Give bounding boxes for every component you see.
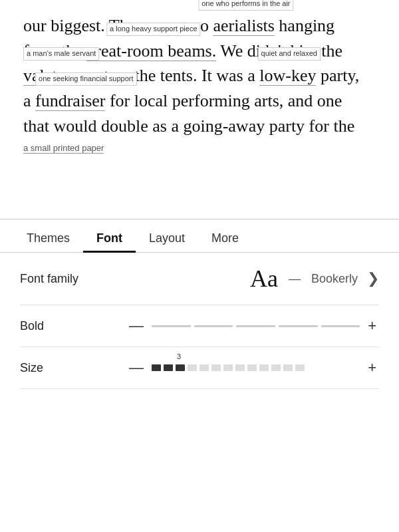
fundraiser-word[interactable]: one seeking financial support fundraiser [35,91,110,110]
great-room-text: great-room beams. [86,41,216,61]
text-line4-rest: for local performing arts, and one [110,91,342,110]
bold-seg-4 [279,325,318,327]
aerialists-word[interactable]: one who performs in the air aerialists [213,16,279,35]
size-controls: — 3 + [126,359,379,376]
aerialists-text: aerialists [213,16,274,36]
tab-themes[interactable]: Themes [13,225,83,252]
size-seg-12 [283,364,293,371]
lowkey-text: low-key [259,66,316,86]
size-seg-7 [223,364,233,371]
text-a: a [23,91,35,110]
text-line1: our biggest. There were no one who perfo… [23,13,376,39]
valets-text: valets [23,66,64,86]
font-family-label: Font family [20,272,126,286]
font-preview: Aa [250,265,278,293]
size-seg-10 [259,364,269,371]
settings-panel: Font family Aa — Bookerly ❯ Bold — + Siz… [0,253,399,389]
size-slider-wrap: 3 [152,364,360,371]
text-after-aerialists: hanging [279,16,334,35]
size-slider[interactable] [152,364,360,371]
broadsheet-label: a small printed paper [23,143,104,154]
bold-minus-button[interactable]: — [126,317,146,334]
bold-plus-button[interactable]: + [365,317,379,334]
size-plus-button[interactable]: + [365,359,379,376]
valets-word[interactable]: a man’s male servant valets [23,66,68,85]
tab-font[interactable]: Font [83,225,136,252]
lintel-word[interactable]: a long heavy support piece great-room be… [86,41,220,61]
size-row: Size — 3 [20,347,379,389]
font-family-row: Font family Aa — Bookerly ❯ [20,253,379,305]
text-before-aerialists: our biggest. There were no [23,16,213,35]
tab-more[interactable]: More [198,225,252,252]
bold-row: Bold — + [20,305,379,347]
size-seg-6 [211,364,221,371]
size-minus-button[interactable]: — [126,359,146,376]
text-after-lintel: We didn't hire the [220,41,342,61]
size-seg-13 [295,364,305,371]
bold-seg-2 [194,325,233,327]
size-tick-label: 3 [177,352,181,360]
text-end-line3: party, [321,66,359,85]
lowkey-word[interactable]: quiet and relaxed low-key [259,66,321,85]
font-dash: — [289,272,301,286]
bold-label: Bold [20,319,126,333]
size-seg-11 [271,364,281,371]
aerialists-tooltip: one who performs in the air [198,0,293,11]
size-seg-3 [176,364,185,371]
bold-seg-1 [152,325,191,327]
reading-area: our biggest. There were no one who perfo… [0,0,399,219]
bold-slider[interactable] [152,325,360,327]
bold-seg-3 [236,325,275,327]
text-line5: that would double as a going-away party … [23,116,354,136]
size-seg-4 [188,364,197,371]
font-name: Bookerly [311,272,358,286]
text-before-lintel: from the [23,41,86,61]
size-seg-8 [235,364,245,371]
chevron-right-icon[interactable]: ❯ [367,270,379,287]
tabs-bar: Themes Font Layout More [0,219,399,253]
size-seg-9 [247,364,257,371]
bold-seg-5 [321,325,360,327]
text-mid: or put up the tents. It was a [68,66,259,85]
font-family-right[interactable]: Aa — Bookerly ❯ [250,265,379,293]
size-seg-5 [200,364,209,371]
tab-layout[interactable]: Layout [136,225,198,252]
size-seg-1 [152,364,161,371]
size-label: Size [20,361,126,375]
size-seg-2 [164,364,173,371]
broadsheet-word[interactable]: a small printed paper [23,143,104,153]
bold-controls: — + [126,317,379,334]
fundraiser-text: fundraiser [35,91,105,111]
main-text: our biggest. There were no one who perfo… [23,13,376,155]
